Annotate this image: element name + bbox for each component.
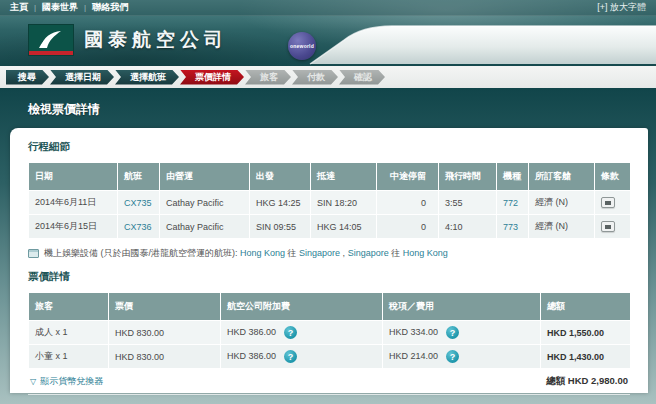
oneworld-icon[interactable]: oneworld [288, 32, 316, 60]
itinerary-header-row: 日期 航班 由營運 出發 抵達 中途停留 飛行時間 機種 所訂客艙 條款 [29, 163, 631, 191]
route-link[interactable]: Singapore [348, 248, 389, 258]
fare-table: 旅客 票價 航空公司附加費 稅項／費用 總額 成人 x 1 HKD 830.00… [28, 292, 631, 369]
departure: SIN 09:55 [250, 215, 311, 239]
arrival: SIN 18:20 [311, 191, 377, 215]
grand-total-label: 總額 [546, 375, 565, 386]
arrival: HKG 14:05 [311, 215, 377, 239]
surcharge-help-icon[interactable]: ? [284, 326, 297, 339]
fare-terms-icon[interactable] [601, 197, 615, 208]
fare-header-row: 旅客 票價 航空公司附加費 稅項／費用 總額 [29, 293, 631, 321]
currency-converter-toggle[interactable]: ▽ 顯示貨幣兌換器 [30, 375, 103, 388]
col-passenger: 旅客 [29, 293, 109, 321]
base-fare: HKD 830.00 [109, 345, 221, 369]
col-fare: 票價 [109, 293, 221, 321]
page-body: 檢視票價詳情 行程細節 日期 航班 由營運 出發 抵達 中途 [0, 88, 656, 404]
entertainment-icon [28, 249, 39, 258]
flight-date: 2014年6月15日 [29, 215, 118, 239]
route-connector: 往 [389, 248, 403, 258]
utility-bar: 主頁 | 國泰世界 | 聯絡我們 [+] 放大字體 [0, 0, 656, 16]
stops: 0 [377, 191, 439, 215]
col-taxes: 稅項／費用 [383, 293, 541, 321]
passenger-type: 小童 x 1 [29, 345, 109, 369]
fare-row: 小童 x 1 HKD 830.00 HKD 386.00? HKD 214.00… [29, 345, 631, 369]
col-surcharge: 航空公司附加費 [221, 293, 383, 321]
flight-duration: 4:10 [439, 215, 497, 239]
route-link[interactable]: Singapore [299, 248, 340, 258]
aircraft-type-link[interactable]: 773 [503, 222, 518, 232]
cathay-world-link[interactable]: 國泰世界 [42, 1, 78, 14]
cabin-class: 經濟 (N) [529, 215, 595, 239]
step-tab-payment: 付款 [292, 70, 338, 85]
col-operator: 由營運 [160, 163, 250, 191]
route-link[interactable]: Hong Kong [240, 248, 285, 258]
booking-steps-nav: 搜尋 選擇日期 選擇航班 票價詳情 旅客 付款 確認 [0, 66, 656, 88]
col-aircraft: 機種 [497, 163, 529, 191]
flight-number-link[interactable]: CX736 [124, 222, 152, 232]
col-arrive: 抵達 [311, 163, 377, 191]
brand-lockup[interactable]: 國泰航空公司 [28, 24, 228, 56]
entertainment-note: 機上娛樂設備 (只於由國泰/港龍航空營運的航班): Hong Kong 往 Si… [28, 247, 630, 260]
surcharge-help-icon[interactable]: ? [284, 350, 297, 363]
cabin-class: 經濟 (N) [529, 191, 595, 215]
base-fare: HKD 830.00 [109, 321, 221, 345]
col-flight: 航班 [118, 163, 160, 191]
utility-links: 主頁 | 國泰世界 | 聯絡我們 [10, 1, 128, 14]
chevron-down-icon: ▽ [30, 377, 36, 386]
taxes-help-icon[interactable]: ? [446, 326, 459, 339]
col-depart: 出發 [250, 163, 311, 191]
step-tab-select-flights[interactable]: 選擇航班 [115, 70, 179, 85]
step-tab-search[interactable]: 搜尋 [6, 70, 49, 85]
surcharge-amount: HKD 386.00 [227, 351, 276, 361]
page-root: 主頁 | 國泰世界 | 聯絡我們 [+] 放大字體 [0, 0, 656, 404]
col-stops: 中途停留 [377, 163, 439, 191]
step-tab-fare-details: 票價詳情 [180, 70, 244, 85]
home-link[interactable]: 主頁 [10, 1, 28, 14]
step-tab-select-dates[interactable]: 選擇日期 [50, 70, 114, 85]
step-tab-passengers: 旅客 [245, 70, 291, 85]
col-date: 日期 [29, 163, 118, 191]
oneworld-label: oneworld [290, 43, 314, 49]
site-header: 主頁 | 國泰世界 | 聯絡我們 [+] 放大字體 [0, 0, 656, 66]
page-title: 檢視票價詳情 [0, 88, 656, 128]
enlarge-font-button[interactable]: [+] 放大字體 [597, 1, 646, 14]
itinerary-heading: 行程細節 [28, 140, 630, 154]
grand-total: 總額 HKD 2,980.00 [546, 375, 628, 388]
cathay-brushwing-logo-icon [28, 24, 74, 56]
route-connector: , [340, 248, 348, 258]
header-swoosh-decoration [296, 24, 656, 66]
flight-number-link[interactable]: CX735 [124, 198, 152, 208]
col-cabin: 所訂客艙 [529, 163, 595, 191]
itinerary-table: 日期 航班 由營運 出發 抵達 中途停留 飛行時間 機種 所訂客艙 條款 201 [28, 162, 631, 239]
fare-heading: 票價詳情 [28, 270, 630, 284]
stops: 0 [377, 215, 439, 239]
itinerary-row: 2014年6月11日 CX735 Cathay Pacific HKG 14:2… [29, 191, 631, 215]
route-connector: 往 [285, 248, 299, 258]
taxes-amount: HKD 334.00 [389, 327, 438, 337]
taxes-amount: HKD 214.00 [389, 351, 438, 361]
contact-us-link[interactable]: 聯絡我們 [92, 1, 128, 14]
operating-carrier: Cathay Pacific [160, 215, 250, 239]
content-card: 行程細節 日期 航班 由營運 出發 抵達 中途停留 飛行時間 [10, 128, 648, 393]
entertainment-note-text: 機上娛樂設備 (只於由國泰/港龍航空營運的航班): [44, 248, 240, 258]
departure: HKG 14:25 [250, 191, 311, 215]
fare-footer: ▽ 顯示貨幣兌換器 總額 HKD 2,980.00 [28, 369, 630, 395]
row-total: HKD 1,430.00 [541, 345, 631, 369]
flight-duration: 3:55 [439, 191, 497, 215]
fare-row: 成人 x 1 HKD 830.00 HKD 386.00? HKD 334.00… [29, 321, 631, 345]
taxes-help-icon[interactable]: ? [446, 350, 459, 363]
col-terms: 條款 [595, 163, 631, 191]
col-total: 總額 [541, 293, 631, 321]
operating-carrier: Cathay Pacific [160, 191, 250, 215]
route-link[interactable]: Hong Kong [403, 248, 448, 258]
link-separator: | [84, 3, 86, 12]
link-separator: | [34, 3, 36, 12]
aircraft-type-link[interactable]: 772 [503, 198, 518, 208]
fare-terms-icon[interactable] [601, 221, 615, 232]
col-duration: 飛行時間 [439, 163, 497, 191]
itinerary-row: 2014年6月15日 CX736 Cathay Pacific SIN 09:5… [29, 215, 631, 239]
surcharge-amount: HKD 386.00 [227, 327, 276, 337]
grand-total-value: HKD 2,980.00 [568, 375, 628, 386]
currency-converter-label: 顯示貨幣兌換器 [40, 375, 103, 388]
step-tab-confirmation: 確認 [339, 70, 385, 85]
flight-date: 2014年6月11日 [29, 191, 118, 215]
